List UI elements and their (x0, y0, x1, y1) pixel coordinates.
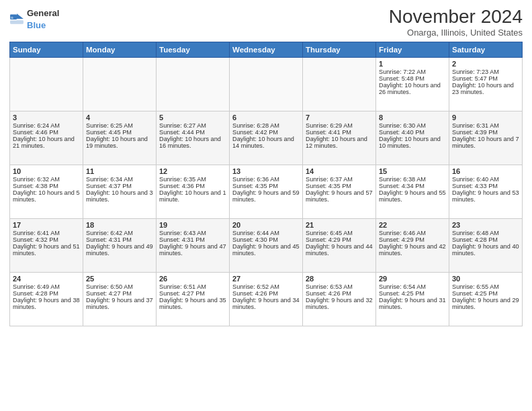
day-number: 10 (13, 167, 80, 175)
day-number: 29 (379, 275, 446, 283)
day-info-line: Sunrise: 6:32 AM (13, 176, 80, 183)
day-number: 21 (306, 221, 373, 229)
day-info-line: Sunset: 4:38 PM (13, 183, 80, 189)
day-info-line: Daylight: 10 hours and 1 minute. (159, 189, 226, 203)
calendar-cell: 29Sunrise: 6:54 AMSunset: 4:25 PMDayligh… (376, 272, 449, 326)
day-info-line: Daylight: 9 hours and 55 minutes. (379, 189, 446, 203)
day-info-line: Sunrise: 6:50 AM (86, 283, 153, 290)
day-info-line: Daylight: 9 hours and 35 minutes. (159, 297, 226, 310)
day-number: 3 (13, 113, 80, 122)
calendar-cell: 3Sunrise: 6:24 AMSunset: 4:46 PMDaylight… (10, 111, 83, 165)
day-number: 28 (306, 275, 373, 283)
calendar-cell: 16Sunrise: 6:40 AMSunset: 4:33 PMDayligh… (449, 165, 523, 218)
month-title: November 2024 (389, 7, 523, 28)
week-row-3: 17Sunrise: 6:41 AMSunset: 4:32 PMDayligh… (10, 218, 523, 272)
svg-text:G: G (11, 16, 13, 19)
day-info-line: Sunset: 4:39 PM (452, 129, 519, 136)
day-info-line: Sunrise: 6:55 AM (452, 283, 519, 290)
day-info-line: Sunrise: 6:29 AM (306, 122, 373, 129)
day-info-line: Sunrise: 6:49 AM (13, 283, 80, 290)
day-number: 27 (232, 275, 300, 283)
day-number: 12 (159, 167, 226, 175)
calendar-cell: 26Sunrise: 6:51 AMSunset: 4:27 PMDayligh… (157, 272, 230, 326)
day-info-line: Sunrise: 6:25 AM (86, 122, 153, 129)
day-number: 26 (159, 275, 226, 283)
logo-general: General (27, 8, 59, 18)
day-info-line: Daylight: 9 hours and 29 minutes. (452, 297, 519, 310)
title-block: November 2024 Onarga, Illinois, United S… (389, 7, 523, 38)
day-info-line: Sunrise: 7:22 AM (379, 68, 446, 75)
day-info-line: Sunset: 4:40 PM (379, 129, 446, 136)
calendar-cell: 13Sunrise: 6:36 AMSunset: 4:35 PMDayligh… (230, 165, 303, 218)
calendar-cell: 7Sunrise: 6:29 AMSunset: 4:41 PMDaylight… (303, 111, 376, 165)
day-info-line: Sunset: 4:37 PM (86, 183, 153, 189)
day-info-line: Daylight: 9 hours and 38 minutes. (13, 297, 80, 310)
day-number: 1 (379, 60, 446, 68)
day-info-line: Sunrise: 6:51 AM (159, 283, 226, 290)
logo-blue: Blue (27, 20, 46, 30)
day-info-line: Daylight: 9 hours and 49 minutes. (86, 243, 153, 257)
day-info-line: Daylight: 10 hours and 26 minutes. (379, 82, 446, 95)
calendar-cell: 14Sunrise: 6:37 AMSunset: 4:35 PMDayligh… (303, 165, 376, 218)
day-info-line: Sunset: 4:41 PM (306, 129, 373, 136)
day-number: 25 (86, 275, 153, 283)
calendar-cell: 27Sunrise: 6:52 AMSunset: 4:26 PMDayligh… (230, 272, 303, 326)
day-number: 5 (159, 113, 226, 122)
day-info-line: Sunset: 4:29 PM (306, 236, 373, 243)
day-info-line: Sunrise: 6:31 AM (452, 122, 519, 129)
day-info-line: Sunrise: 6:46 AM (379, 230, 446, 236)
calendar-cell: 5Sunrise: 6:27 AMSunset: 4:44 PMDaylight… (157, 111, 230, 165)
calendar-cell: 21Sunrise: 6:45 AMSunset: 4:29 PMDayligh… (303, 218, 376, 272)
day-info-line: Daylight: 9 hours and 51 minutes. (13, 243, 80, 257)
day-header-sunday: Sunday (10, 42, 83, 57)
day-info-line: Sunset: 4:25 PM (379, 290, 446, 297)
day-number: 7 (306, 113, 373, 122)
day-info-line: Sunset: 5:48 PM (379, 75, 446, 82)
day-info-line: Sunrise: 6:53 AM (306, 283, 373, 290)
calendar-cell (157, 57, 230, 111)
day-info-line: Sunrise: 6:43 AM (159, 230, 226, 236)
day-info-line: Sunrise: 6:24 AM (13, 122, 80, 129)
day-info-line: Sunrise: 6:28 AM (232, 122, 300, 129)
day-info-line: Daylight: 10 hours and 23 minutes. (452, 82, 519, 95)
day-info-line: Daylight: 9 hours and 57 minutes. (306, 189, 373, 203)
day-header-wednesday: Wednesday (230, 42, 303, 57)
day-info-line: Sunset: 4:33 PM (452, 183, 519, 189)
day-info-line: Daylight: 10 hours and 14 minutes. (232, 136, 300, 149)
day-info-line: Daylight: 10 hours and 3 minutes. (86, 189, 153, 203)
day-info-line: Daylight: 9 hours and 42 minutes. (379, 243, 446, 257)
day-info-line: Sunset: 4:44 PM (159, 129, 226, 136)
day-header-friday: Friday (376, 42, 449, 57)
calendar-cell (83, 57, 157, 111)
day-info-line: Sunrise: 6:41 AM (13, 230, 80, 236)
day-info-line: Sunset: 4:30 PM (232, 236, 300, 243)
day-info-line: Sunrise: 6:38 AM (379, 176, 446, 183)
day-info-line: Daylight: 9 hours and 47 minutes. (159, 243, 226, 257)
calendar-cell: 23Sunrise: 6:48 AMSunset: 4:28 PMDayligh… (449, 218, 523, 272)
day-info-line: Sunrise: 6:37 AM (306, 176, 373, 183)
day-info-line: Daylight: 9 hours and 34 minutes. (232, 297, 300, 310)
day-info-line: Sunset: 4:29 PM (379, 236, 446, 243)
day-info-line: Sunrise: 6:30 AM (379, 122, 446, 129)
day-info-line: Daylight: 9 hours and 31 minutes. (379, 297, 446, 310)
day-headers-row: SundayMondayTuesdayWednesdayThursdayFrid… (10, 42, 523, 57)
calendar-cell (303, 57, 376, 111)
day-number: 2 (452, 60, 519, 68)
day-info-line: Daylight: 9 hours and 45 minutes. (232, 243, 300, 257)
day-info-line: Daylight: 9 hours and 59 minutes. (232, 189, 300, 203)
calendar-cell: 30Sunrise: 6:55 AMSunset: 4:25 PMDayligh… (449, 272, 523, 326)
calendar-cell: 15Sunrise: 6:38 AMSunset: 4:34 PMDayligh… (376, 165, 449, 218)
calendar-cell: 6Sunrise: 6:28 AMSunset: 4:42 PMDaylight… (230, 111, 303, 165)
day-number: 18 (86, 221, 153, 229)
day-number: 16 (452, 167, 519, 175)
day-info-line: Sunset: 4:25 PM (452, 290, 519, 297)
svg-marker-1 (17, 13, 24, 19)
day-info-line: Sunrise: 6:44 AM (232, 230, 300, 236)
day-info-line: Sunrise: 7:23 AM (452, 68, 519, 75)
day-number: 23 (452, 221, 519, 229)
day-number: 4 (86, 113, 153, 122)
logo: G General Blue (9, 7, 59, 31)
day-number: 13 (232, 167, 300, 175)
day-info-line: Daylight: 9 hours and 53 minutes. (452, 189, 519, 203)
calendar-cell: 2Sunrise: 7:23 AMSunset: 5:47 PMDaylight… (449, 57, 523, 111)
